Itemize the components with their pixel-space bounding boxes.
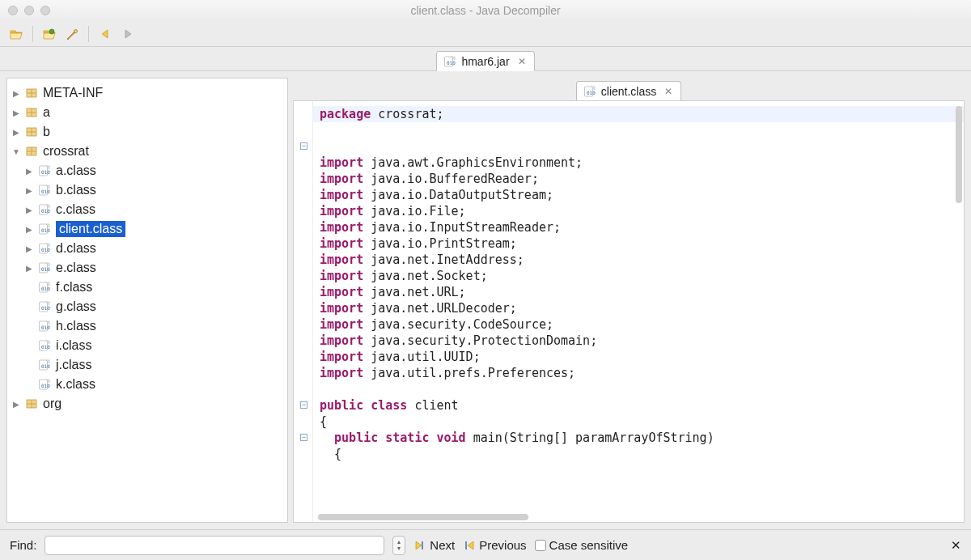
class-file-icon xyxy=(38,164,51,177)
class-file-icon xyxy=(38,358,51,371)
chevron-down-icon[interactable]: ▼ xyxy=(12,147,20,156)
chevron-right-icon[interactable]: ▶ xyxy=(12,128,20,137)
jar-tab[interactable]: hmar6.jar ✕ xyxy=(436,51,534,71)
vertical-scrollbar[interactable] xyxy=(956,106,962,203)
chevron-right-icon[interactable]: ▶ xyxy=(12,108,20,117)
close-icon[interactable]: ✕ xyxy=(664,86,672,97)
tree-item-label: META-INF xyxy=(43,86,103,100)
code-line: import java.io.File; xyxy=(320,204,466,218)
fold-toggle-icon[interactable]: − xyxy=(300,142,307,150)
code-line: import java.util.prefs.Preferences; xyxy=(320,366,575,380)
tree-item-label: b xyxy=(43,125,50,139)
chevron-right-icon[interactable]: ▶ xyxy=(25,264,33,273)
code-line: import java.io.DataOutputStream; xyxy=(320,188,553,202)
find-next-button[interactable]: Next xyxy=(413,538,455,552)
tree-item[interactable]: ▶b.class xyxy=(7,180,287,200)
chevron-right-icon[interactable]: ▶ xyxy=(12,89,20,98)
chevron-right-icon[interactable]: ▶ xyxy=(25,244,33,253)
tree-item-label: i.class xyxy=(56,338,91,353)
tree-item[interactable]: ▶org xyxy=(7,394,287,414)
nav-forward-button[interactable] xyxy=(118,24,138,44)
close-icon[interactable]: ✕ xyxy=(518,56,526,67)
tree-item[interactable]: j.class xyxy=(7,355,287,375)
chevron-right-icon[interactable]: ▶ xyxy=(25,225,33,234)
tree-item-label: crossrat xyxy=(43,144,89,159)
class-file-icon xyxy=(38,300,51,313)
class-file-icon xyxy=(38,203,51,216)
package-tree-panel[interactable]: ▶META-INF▶a▶b▼crossrat▶a.class▶b.class▶c… xyxy=(6,78,288,523)
toolbar xyxy=(0,21,971,47)
tree-item-label: k.class xyxy=(56,377,95,392)
tree-item[interactable]: ▶c.class xyxy=(7,200,287,219)
find-bar: Find: ▴ ▾ Next Previous Case sensitive ✕ xyxy=(0,529,971,560)
horizontal-scrollbar[interactable] xyxy=(318,514,528,520)
code-editor[interactable]: −−− package crossrat; import java.awt.Gr… xyxy=(293,100,965,523)
class-file-icon xyxy=(38,339,51,352)
case-sensitive-label: Case sensitive xyxy=(549,538,629,552)
tree-item-label: e.class xyxy=(56,261,96,275)
search-button[interactable] xyxy=(62,24,82,44)
code-line: { xyxy=(320,414,327,429)
tree-item[interactable]: h.class xyxy=(7,316,287,336)
tree-item[interactable]: ▼crossrat xyxy=(7,142,287,161)
class-file-icon xyxy=(38,223,51,235)
tree-item[interactable]: ▶b xyxy=(7,122,287,142)
find-history-stepper[interactable]: ▴ ▾ xyxy=(392,536,405,555)
fold-toggle-icon[interactable]: − xyxy=(300,434,307,441)
class-file-icon xyxy=(38,281,51,294)
package-icon xyxy=(25,397,38,410)
tree-item[interactable]: g.class xyxy=(7,297,287,316)
code-line: { xyxy=(320,447,341,461)
find-next-icon xyxy=(413,539,426,552)
tree-item-label: h.class xyxy=(56,319,96,333)
package-icon xyxy=(25,145,38,158)
code-tab[interactable]: client.class ✕ xyxy=(576,81,681,101)
chevron-right-icon[interactable]: ▶ xyxy=(25,186,33,195)
code-line: import java.security.CodeSource; xyxy=(320,317,553,332)
case-sensitive-toggle[interactable]: Case sensitive xyxy=(535,538,629,552)
open-type-button[interactable] xyxy=(40,24,59,44)
package-icon xyxy=(25,125,38,138)
tree-item-label: b.class xyxy=(56,183,96,197)
find-next-label: Next xyxy=(430,538,455,552)
find-previous-icon xyxy=(463,539,476,552)
tree-item[interactable]: ▶META-INF xyxy=(7,83,287,103)
tree-item[interactable]: ▶d.class xyxy=(7,239,287,258)
arrow-left-icon xyxy=(99,28,112,40)
folder-open-icon xyxy=(10,28,23,40)
tree-item-label: f.class xyxy=(56,280,92,295)
code-line: import java.net.InetAddress; xyxy=(320,252,524,267)
toolbar-separator xyxy=(32,26,33,42)
find-label: Find: xyxy=(10,538,36,552)
open-file-button[interactable] xyxy=(6,24,26,44)
fold-toggle-icon[interactable]: − xyxy=(300,401,307,409)
main-area: ▶META-INF▶a▶b▼crossrat▶a.class▶b.class▶c… xyxy=(0,71,971,529)
package-tree: ▶META-INF▶a▶b▼crossrat▶a.class▶b.class▶c… xyxy=(7,83,287,414)
find-previous-button[interactable]: Previous xyxy=(463,538,526,552)
code-text: package crossrat; import java.awt.Graphi… xyxy=(313,101,964,522)
tree-item-label: j.class xyxy=(56,358,91,372)
fold-gutter[interactable]: −−− xyxy=(294,101,313,522)
close-findbar-icon[interactable]: ✕ xyxy=(951,538,961,553)
chevron-right-icon[interactable]: ▶ xyxy=(25,206,33,214)
chevron-right-icon[interactable]: ▶ xyxy=(25,167,33,176)
tree-item-label: a xyxy=(43,105,50,120)
tree-item[interactable]: ▶a.class xyxy=(7,161,287,180)
tree-item[interactable]: ▶client.class xyxy=(7,219,287,239)
jar-tab-label: hmar6.jar xyxy=(461,55,509,68)
nav-back-button[interactable] xyxy=(95,24,115,44)
code-tab-label: client.class xyxy=(601,85,656,98)
package-icon xyxy=(25,87,38,100)
chevron-right-icon[interactable]: ▶ xyxy=(12,400,20,409)
tree-item[interactable]: i.class xyxy=(7,336,287,355)
code-line: package crossrat; xyxy=(313,106,964,122)
code-line: public class client xyxy=(320,398,459,413)
tree-item[interactable]: ▶e.class xyxy=(7,258,287,278)
tree-item[interactable]: ▶a xyxy=(7,103,287,122)
window-title: client.class - Java Decompiler xyxy=(0,4,971,17)
tree-item[interactable]: k.class xyxy=(7,375,287,394)
tree-item[interactable]: f.class xyxy=(7,278,287,297)
titlebar: client.class - Java Decompiler xyxy=(0,0,971,21)
find-input[interactable] xyxy=(45,536,384,555)
class-file-icon xyxy=(38,320,51,333)
